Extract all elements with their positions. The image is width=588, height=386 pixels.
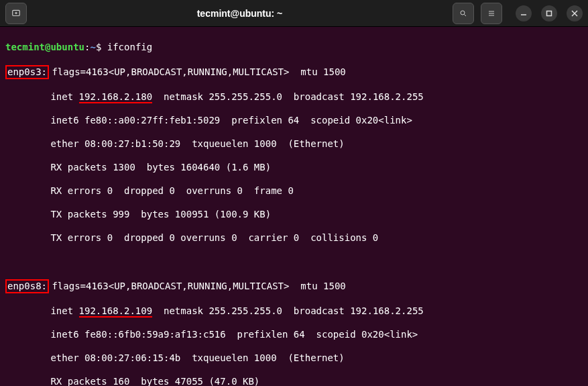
iface1-flags: flags=4163<UP,BROADCAST,RUNNING,MULTICAS… [46,281,346,291]
maximize-icon [546,10,552,17]
iface1-name-box: enp0s8: [5,279,49,294]
iface0-inet: inet 192.168.2.180 netmask 255.255.255.0… [5,91,583,103]
iface0-txe: TX errors 0 dropped 0 overruns 0 carrier… [5,232,583,244]
new-tab-button[interactable] [5,3,27,24]
maximize-button[interactable] [541,5,557,21]
iface1-rxp: RX packets 160 bytes 47055 (47.0 KB) [5,376,583,387]
close-icon [571,10,578,17]
prompt-line: tecmint@ubuntu:~$ ifconfig [5,42,583,54]
iface0-rxe: RX errors 0 dropped 0 overruns 0 frame 0 [5,185,583,197]
terminal-output[interactable]: tecmint@ubuntu:~$ ifconfig enp0s3: flags… [0,27,588,386]
command-text: ifconfig [107,42,152,52]
blank1 [5,256,583,268]
minimize-icon [520,10,527,17]
window-controls [516,5,583,21]
iface1-name: enp0s8 [7,281,42,291]
iface0-inet-prefix: inet [5,91,79,102]
svg-point-3 [461,11,465,15]
svg-rect-9 [547,11,552,15]
iface1-inet-prefix: inet [5,305,79,316]
iface0-inet6: inet6 fe80::a00:27ff:feb1:5029 prefixlen… [5,115,583,127]
iface1-ether: ether 08:00:27:06:15:4b txqueuelen 1000 … [5,352,583,365]
iface1-inet-rest: netmask 255.255.255.0 broadcast 192.168.… [152,305,424,316]
iface0-ip: 192.168.2.180 [79,91,153,103]
svg-line-4 [465,14,467,16]
new-tab-icon [11,9,21,18]
prompt-user: tecmint@ubuntu [5,42,84,52]
minimize-button[interactable] [516,5,532,21]
titlebar-left [5,3,27,24]
iface0-inet-rest: netmask 255.255.255.0 broadcast 192.168.… [152,91,424,102]
search-icon [459,9,467,17]
titlebar: tecmint@ubuntu: ~ [0,0,588,27]
iface0-flags: flags=4163<UP,BROADCAST,RUNNING,MULTICAS… [46,66,346,77]
titlebar-right [453,3,583,24]
iface0-name: enp0s3 [7,66,42,77]
iface0-name-box: enp0s3: [5,65,49,80]
prompt-dollar: $ [96,42,107,52]
prompt-path: ~ [90,42,95,52]
iface0-header: enp0s3: flags=4163<UP,BROADCAST,RUNNING,… [5,65,583,80]
search-button[interactable] [453,3,474,24]
iface1-inet: inet 192.168.2.109 netmask 255.255.255.0… [5,305,583,318]
iface0-txp: TX packets 999 bytes 100951 (100.9 KB) [5,209,583,221]
window-title: tecmint@ubuntu: ~ [27,8,453,19]
iface1-header: enp0s8: flags=4163<UP,BROADCAST,RUNNING,… [5,279,583,294]
iface1-inet6: inet6 fe80::6fb0:59a9:af13:c516 prefixle… [5,329,583,341]
iface1-ip: 192.168.2.109 [79,305,153,318]
hamburger-icon [487,9,495,17]
close-button[interactable] [567,5,583,21]
iface0-rxp: RX packets 1300 bytes 1604640 (1.6 MB) [5,162,583,174]
iface0-ether: ether 08:00:27:b1:50:29 txqueuelen 1000 … [5,138,583,150]
menu-button[interactable] [481,3,502,24]
